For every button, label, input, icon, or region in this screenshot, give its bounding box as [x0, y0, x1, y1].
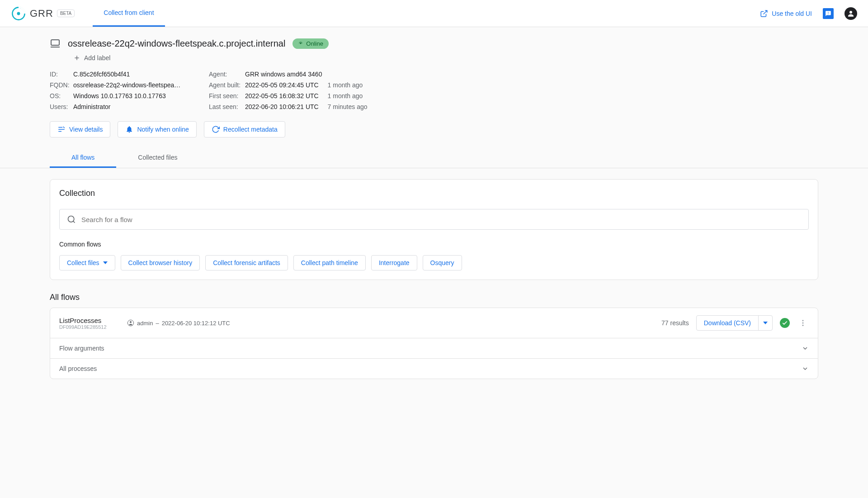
- user-circle-icon: [127, 319, 134, 327]
- old-ui-link[interactable]: Use the old UI: [760, 9, 812, 18]
- status-badge: Online: [292, 38, 329, 49]
- feedback-icon: [825, 10, 831, 17]
- external-link-icon: [760, 9, 768, 18]
- users-label: Users:: [50, 103, 70, 110]
- wifi-icon: [298, 41, 303, 46]
- fqdn-value: ossrelease-22q2-windows-fleetspeak…: [73, 81, 182, 89]
- search-box[interactable]: [59, 209, 809, 230]
- svg-point-6: [300, 43, 301, 44]
- logo-text: GRR: [30, 8, 53, 19]
- svg-point-3: [849, 11, 852, 14]
- old-ui-label: Use the old UI: [772, 10, 812, 17]
- svg-point-15: [130, 321, 132, 323]
- users-value: Administrator: [73, 103, 110, 110]
- flow-results: 77 results: [661, 319, 689, 327]
- search-icon: [67, 215, 76, 224]
- beta-badge: BETA: [57, 9, 75, 17]
- flow-user: admin: [137, 320, 153, 327]
- more-menu[interactable]: [797, 317, 809, 329]
- dropdown-icon: [103, 261, 108, 265]
- svg-point-18: [802, 325, 804, 326]
- os-label: OS:: [50, 92, 70, 100]
- last-seen-value: 2022-06-20 10:06:21 UTC: [245, 103, 319, 110]
- logo[interactable]: GRR BETA: [11, 6, 75, 21]
- plus-icon: [73, 54, 80, 62]
- notify-button[interactable]: Notify when online: [118, 121, 196, 138]
- agent-built-label: Agent built:: [209, 81, 241, 89]
- flow-name: ListProcesses: [59, 317, 118, 324]
- first-seen-label: First seen:: [209, 92, 241, 100]
- agent-label: Agent:: [209, 71, 241, 78]
- add-label-button[interactable]: Add label: [73, 54, 110, 62]
- user-icon: [847, 9, 855, 18]
- svg-line-2: [764, 10, 767, 14]
- flow-search-input[interactable]: [81, 216, 801, 223]
- refresh-icon: [212, 125, 220, 133]
- laptop-icon: [50, 38, 61, 49]
- agent-built-value: 2022-05-05 09:24:45 UTC: [245, 81, 319, 89]
- chip-interrogate[interactable]: Interrogate: [371, 255, 417, 270]
- svg-point-17: [802, 323, 804, 324]
- download-csv-button[interactable]: Download (CSV): [697, 316, 758, 330]
- id-label: ID:: [50, 71, 70, 78]
- last-seen-label: Last seen:: [209, 103, 241, 110]
- agent-built-rel: 1 month ago: [328, 81, 363, 89]
- dropdown-icon: [763, 321, 768, 325]
- chip-forensic-artifacts[interactable]: Collect forensic artifacts: [205, 255, 288, 270]
- chevron-down-icon: [802, 365, 809, 372]
- user-avatar[interactable]: [844, 7, 857, 20]
- all-processes-expander[interactable]: All processes: [50, 358, 818, 379]
- first-seen-rel: 1 month ago: [328, 92, 363, 100]
- collection-title: Collection: [59, 189, 809, 198]
- flow-item: ListProcesses DF099AD19E285512 admin – 2…: [50, 308, 818, 379]
- client-hostname: ossrelease-22q2-windows-fleetspeak.c.pro…: [68, 38, 285, 49]
- nav-tab-collect[interactable]: Collect from client: [93, 0, 165, 27]
- more-vert-icon: [799, 319, 807, 327]
- agent-value: GRR windows amd64 3460: [245, 71, 322, 78]
- recollect-button[interactable]: Recollect metadata: [204, 121, 285, 138]
- download-dropdown[interactable]: [758, 316, 772, 330]
- chip-path-timeline[interactable]: Collect path timeline: [293, 255, 366, 270]
- all-flows-heading: All flows: [50, 293, 818, 302]
- first-seen-value: 2022-05-05 16:08:32 UTC: [245, 92, 319, 100]
- svg-point-12: [68, 216, 74, 222]
- list-icon: [57, 125, 66, 133]
- id-value: C.85c26fcf650b4f41: [73, 71, 130, 78]
- chevron-down-icon: [802, 345, 809, 352]
- svg-point-16: [802, 320, 804, 321]
- feedback-button[interactable]: [823, 8, 834, 19]
- flow-time: 2022-06-20 10:12:12 UTC: [162, 320, 230, 327]
- chip-browser-history[interactable]: Collect browser history: [121, 255, 200, 270]
- svg-rect-4: [51, 40, 59, 45]
- status-text: Online: [306, 40, 323, 47]
- tab-collected-files[interactable]: Collected files: [116, 148, 199, 168]
- tab-all-flows[interactable]: All flows: [50, 148, 116, 168]
- add-label-text: Add label: [84, 54, 110, 62]
- last-seen-rel: 7 minutes ago: [328, 103, 368, 110]
- common-flows-label: Common flows: [59, 241, 809, 248]
- flow-id: DF099AD19E285512: [59, 324, 118, 330]
- collection-card: Collection Common flows Collect files Co…: [50, 179, 818, 280]
- os-value: Windows 10.0.17763 10.0.17763: [73, 92, 166, 100]
- view-details-button[interactable]: View details: [50, 121, 110, 138]
- chip-osquery[interactable]: Osquery: [423, 255, 462, 270]
- svg-point-1: [17, 12, 20, 15]
- svg-line-13: [73, 221, 75, 223]
- fqdn-label: FQDN:: [50, 81, 70, 89]
- grr-logo-icon: [11, 6, 26, 21]
- success-icon: [780, 318, 790, 328]
- chip-collect-files[interactable]: Collect files: [59, 255, 115, 270]
- bell-icon: [125, 125, 133, 133]
- flow-arguments-expander[interactable]: Flow arguments: [50, 338, 818, 358]
